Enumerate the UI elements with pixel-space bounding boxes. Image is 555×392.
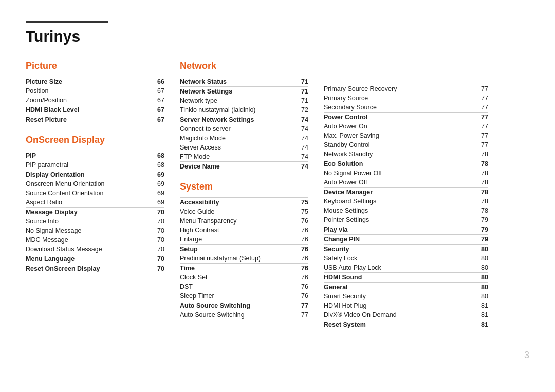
row-page: 78 — [464, 150, 488, 159]
row-page: 77 — [464, 113, 488, 122]
table-row: Download Status Message70 — [26, 245, 164, 254]
row-label: Primary Source — [324, 94, 464, 103]
row-label: Pointer Settings — [324, 215, 464, 225]
row-label: Menu Language — [26, 254, 145, 264]
row-label: Zoom/Position — [26, 96, 138, 105]
row-page: 72 — [290, 105, 308, 115]
table-row: Security80 — [324, 245, 488, 254]
row-page: 67 — [138, 86, 164, 96]
columns: PicturePicture Size66Position67Zoom/Posi… — [26, 61, 529, 340]
row-label: MDC Message — [26, 235, 145, 245]
table-row: No Signal Message70 — [26, 226, 164, 235]
table-row: Connect to server74 — [180, 124, 308, 134]
table-row: Picture Size66 — [26, 77, 164, 87]
table-row: Standby Control77 — [324, 140, 488, 150]
table-row: Tinklo nustatymai (laidinio)72 — [180, 105, 308, 115]
table-row: Safety Lock80 — [324, 254, 488, 263]
row-page: 80 — [464, 263, 488, 273]
row-page: 79 — [464, 235, 488, 245]
row-page: 71 — [290, 77, 308, 87]
row-label: Server Access — [180, 143, 290, 152]
table-row: Reset OnScreen Display70 — [26, 264, 164, 274]
row-label: Download Status Message — [26, 245, 145, 254]
row-label: Network Standby — [324, 150, 464, 159]
table-row: Source Info70 — [26, 217, 164, 226]
row-page: 76 — [291, 226, 308, 235]
row-page: 74 — [290, 162, 308, 172]
table-row: Enlarge76 — [180, 235, 308, 245]
row-page: 74 — [290, 143, 308, 152]
row-label: Onscreen Menu Orientation — [26, 179, 145, 189]
row-label: Reset Picture — [26, 115, 138, 125]
table-row: Aspect Ratio69 — [26, 198, 164, 208]
row-page: 80 — [464, 283, 488, 292]
section-block: SystemAccessibility75Voice Guide75Menu T… — [180, 181, 308, 320]
col1: PicturePicture Size66Position67Zoom/Posi… — [26, 61, 180, 340]
row-label: Source Info — [26, 217, 145, 226]
title-bar — [26, 21, 108, 23]
row-label: Menu Transparency — [180, 216, 291, 226]
section-block: NetworkNetwork Status71Network Settings7… — [180, 61, 308, 171]
row-label: Reset System — [324, 320, 464, 330]
row-page: 70 — [145, 208, 164, 217]
table-row: MDC Message70 — [26, 235, 164, 245]
main-title: Turinys — [26, 28, 529, 45]
row-label: DST — [180, 282, 291, 291]
row-page: 74 — [290, 134, 308, 143]
row-page: 70 — [145, 245, 164, 254]
row-page: 70 — [145, 226, 164, 235]
table-row: DST76 — [180, 282, 308, 291]
table-row: Auto Power Off78 — [324, 178, 488, 188]
section-title: Picture — [26, 61, 164, 71]
row-page: 67 — [138, 115, 164, 125]
row-label: Smart Security — [324, 292, 464, 301]
table-row: Display Orientation69 — [26, 170, 164, 180]
row-label: Position — [26, 86, 138, 96]
table-row: Device Manager78 — [324, 188, 488, 197]
table-row: DivX® Video On Demand81 — [324, 310, 488, 320]
row-page: 69 — [145, 198, 164, 208]
table-row: Change PIN79 — [324, 235, 488, 245]
section-title: Network — [180, 61, 308, 71]
row-label: Sleep Timer — [180, 291, 291, 301]
table-row: Menu Language70 — [26, 254, 164, 264]
table-row: Auto Source Switching77 — [180, 310, 308, 320]
row-label: Auto Power Off — [324, 178, 464, 188]
table-row: Primary Source Recovery77 — [324, 84, 488, 94]
row-page: 80 — [464, 292, 488, 301]
table-row: Network Settings71 — [180, 87, 308, 97]
table-row: Voice Guide75 — [180, 207, 308, 216]
row-label: Primary Source Recovery — [324, 84, 464, 94]
row-page: 77 — [464, 140, 488, 150]
row-label: Network type — [180, 96, 290, 105]
table-row: Clock Set76 — [180, 273, 308, 282]
row-page: 78 — [464, 159, 488, 169]
row-label: Keyboard Settings — [324, 197, 464, 206]
row-label: Setup — [180, 245, 291, 254]
row-page: 78 — [464, 169, 488, 178]
row-page: 67 — [138, 105, 164, 115]
row-page: 69 — [145, 189, 164, 198]
table-row: Auto Source Switching77 — [180, 301, 308, 311]
row-label: Safety Lock — [324, 254, 464, 263]
table-row: General80 — [324, 283, 488, 292]
row-page: 77 — [464, 94, 488, 103]
row-label: USB Auto Play Lock — [324, 263, 464, 273]
row-label: Change PIN — [324, 235, 464, 245]
table-row: Max. Power Saving77 — [324, 131, 488, 140]
row-page: 78 — [464, 197, 488, 206]
table-row: Play via79 — [324, 225, 488, 235]
row-page: 77 — [464, 131, 488, 140]
row-label: HDMI Sound — [324, 273, 464, 283]
row-label: PIP parametrai — [26, 160, 145, 170]
table-row: HDMI Black Level67 — [26, 105, 164, 115]
row-page: 71 — [290, 96, 308, 105]
row-page: 71 — [290, 87, 308, 97]
table-row: PIP parametrai68 — [26, 160, 164, 170]
table-row: Zoom/Position67 — [26, 96, 164, 105]
row-label: No Signal Power Off — [324, 169, 464, 178]
row-page: 81 — [464, 320, 488, 330]
row-label: Enlarge — [180, 235, 291, 245]
row-label: No Signal Message — [26, 226, 145, 235]
table-row: USB Auto Play Lock80 — [324, 263, 488, 273]
